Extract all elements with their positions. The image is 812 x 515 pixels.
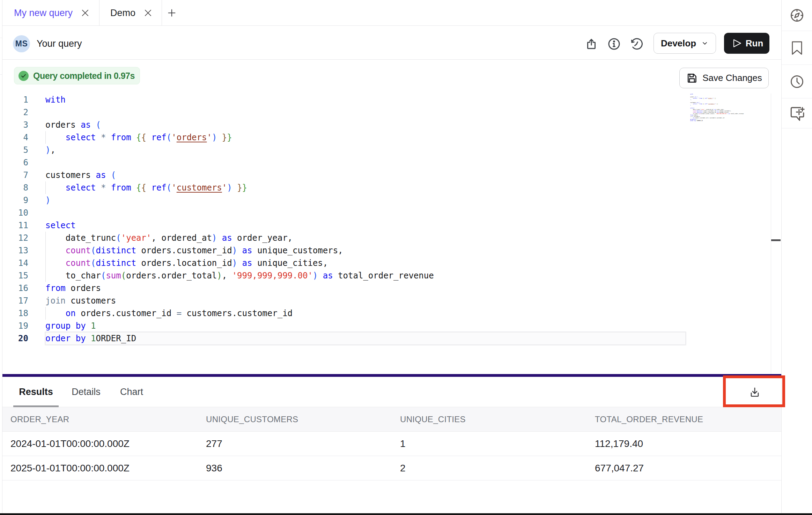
editor-scrollbar-thumb[interactable] — [771, 239, 781, 241]
code-line: orders as ( — [45, 119, 434, 131]
results-table-header: ORDER_YEARUNIQUE_CUSTOMERSUNIQUE_CITIEST… — [2, 407, 781, 432]
status-badge: Query completed in 0.97s — [14, 67, 140, 84]
code-line: select * from {{ ref('orders') }} — [45, 131, 434, 144]
line-number: 13 — [2, 244, 28, 257]
line-number: 2 — [2, 106, 28, 119]
line-number: 12 — [2, 232, 28, 244]
close-tab-icon[interactable] — [144, 9, 152, 17]
column-header[interactable]: ORDER_YEAR — [10, 407, 69, 432]
results-tab-bar: Results Details Chart — [2, 377, 781, 407]
tab-my-new-query[interactable]: My new query — [2, 0, 99, 26]
line-number: 7 — [2, 169, 28, 181]
tab-label: My new query — [14, 8, 73, 18]
new-tab-button[interactable] — [162, 0, 182, 26]
play-icon — [730, 37, 742, 49]
avatar: MS — [13, 35, 30, 52]
tab-results[interactable]: Results — [13, 377, 59, 407]
line-number: 19 — [2, 320, 28, 332]
code-line — [45, 156, 434, 169]
line-number: 11 — [2, 219, 28, 232]
sidebar-item-explore[interactable] — [782, 0, 812, 31]
sidebar-item-bookmarks[interactable] — [782, 31, 812, 65]
indent-guide — [45, 257, 46, 269]
code-line: date_trunc('year', ordered_at) as order_… — [45, 232, 434, 244]
line-number: 15 — [2, 269, 28, 282]
column-header[interactable]: UNIQUE_CITIES — [400, 407, 466, 432]
tab-demo[interactable]: Demo — [99, 0, 162, 26]
tab-details[interactable]: Details — [64, 377, 108, 407]
dock-hint-bar — [0, 513, 812, 515]
check-circle-icon — [19, 71, 29, 81]
indent-guide — [45, 131, 46, 144]
line-number: 10 — [2, 207, 28, 219]
chevron-down-icon — [701, 39, 709, 47]
code-line: join customers — [45, 294, 434, 307]
tab-label: Demo — [110, 8, 135, 18]
tab-chart-label: Chart — [120, 387, 143, 397]
line-number: 5 — [2, 144, 28, 156]
annotation-highlight-box — [723, 375, 785, 407]
indent-guide — [45, 232, 46, 244]
history-icon — [630, 38, 643, 50]
sidebar-item-history[interactable] — [782, 65, 812, 98]
table-cell: 2024-01-01T00:00:00.000Z — [10, 432, 130, 456]
panel-resize-divider[interactable] — [2, 374, 781, 377]
share-icon — [585, 38, 598, 50]
code-line: with — [45, 94, 434, 106]
table-cell: 2 — [400, 456, 406, 480]
editor-scrollbar-track — [771, 94, 771, 374]
save-changes-label: Save Changes — [702, 73, 762, 83]
code-line: order by 1ORDER_ID — [690, 120, 744, 121]
left-rail-divider — [0, 38, 2, 38]
save-changes-button[interactable]: Save Changes — [679, 68, 769, 88]
table-cell: 277 — [206, 432, 222, 456]
close-tab-icon[interactable] — [81, 9, 89, 17]
status-badge-text: Query completed in 0.97s — [33, 71, 135, 81]
code-line: group by 1 — [45, 320, 434, 332]
column-header[interactable]: UNIQUE_CUSTOMERS — [206, 407, 298, 432]
line-number: 17 — [2, 294, 28, 307]
line-number: 6 — [2, 156, 28, 169]
code-line: to_char(sum(orders.order_total), '999,99… — [690, 113, 744, 114]
run-button[interactable]: Run — [724, 33, 769, 54]
line-number: 3 — [2, 119, 28, 131]
tab-chart[interactable]: Chart — [113, 377, 150, 407]
bookmark-icon — [789, 40, 805, 56]
line-number: 16 — [2, 282, 28, 294]
column-header[interactable]: TOTAL_ORDER_REVENUE — [595, 407, 703, 432]
right-sidebar — [781, 0, 812, 513]
table-row[interactable]: 2025-01-01T00:00:00.000Z9362677,047.27 — [2, 456, 781, 480]
version-history-button[interactable] — [630, 38, 643, 50]
tab-results-label: Results — [19, 387, 53, 397]
line-number: 18 — [2, 307, 28, 320]
table-cell: 1 — [400, 432, 406, 456]
code-content[interactable]: with orders as ( select * from {{ ref('o… — [45, 94, 434, 345]
line-number: 20 — [2, 332, 28, 345]
code-line: to_char(sum(orders.order_total), '999,99… — [45, 269, 434, 282]
editor-tab-bar: My new query Demo — [2, 0, 781, 26]
indent-guide — [45, 244, 46, 257]
query-title: Your query — [37, 38, 82, 49]
info-button[interactable] — [608, 38, 620, 50]
line-number: 9 — [2, 194, 28, 207]
table-row[interactable]: 2024-01-01T00:00:00.000Z2771112,179.40 — [2, 432, 781, 456]
line-number-gutter: 1234567891011121314151617181920 — [2, 94, 28, 345]
editor-minimap[interactable]: with orders as ( select * from {{ ref('o… — [690, 94, 744, 121]
line-number: 1 — [2, 94, 28, 106]
chat-sparkle-icon — [788, 104, 806, 123]
table-cell: 677,047.27 — [595, 456, 644, 480]
save-icon — [686, 72, 698, 84]
line-number: 4 — [2, 131, 28, 144]
code-line: ), — [45, 144, 434, 156]
develop-dropdown[interactable]: Develop — [654, 33, 716, 54]
code-line: select * from {{ ref('customers') }} — [45, 181, 434, 194]
code-line: ) — [45, 194, 434, 207]
plus-icon — [167, 8, 177, 18]
share-button[interactable] — [585, 38, 598, 50]
code-line: order by 1ORDER_ID — [45, 332, 434, 345]
code-line: select — [45, 219, 434, 232]
sidebar-item-ai-chat[interactable] — [782, 98, 812, 128]
table-cell: 2025-01-01T00:00:00.000Z — [10, 456, 130, 480]
compass-icon — [789, 8, 805, 23]
results-panel: Results Details Chart ORDER_YEARUNIQUE_C… — [2, 377, 781, 513]
